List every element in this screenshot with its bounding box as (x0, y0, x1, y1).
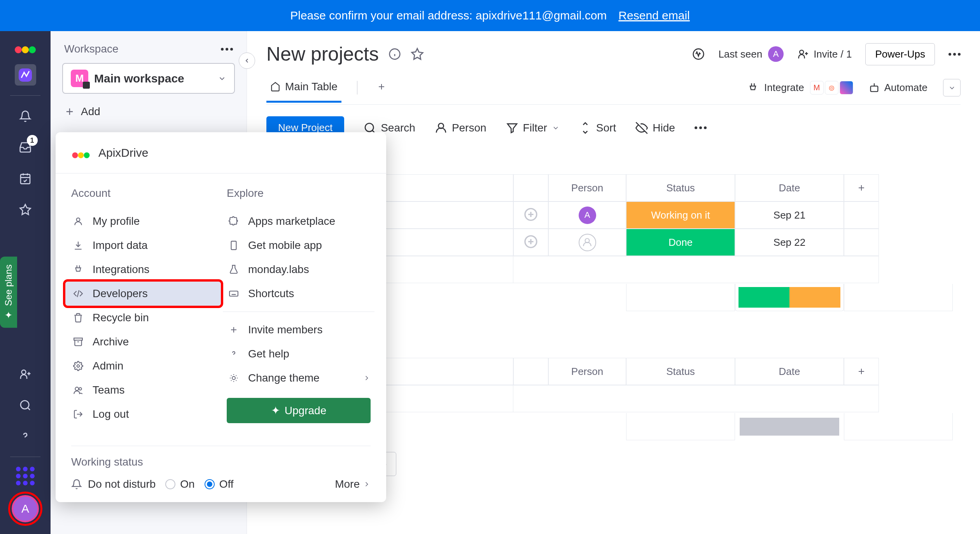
plus-icon (64, 106, 75, 117)
col-header-date[interactable]: Date (735, 174, 844, 201)
profile-menu-popup: ApixDrive Account My profile Import data… (56, 132, 386, 502)
apps-grid-icon[interactable] (16, 467, 35, 485)
menu-my-profile[interactable]: My profile (65, 209, 221, 233)
filter-button[interactable]: Filter (506, 122, 560, 134)
keyboard-icon (227, 289, 240, 299)
col-header-person[interactable]: Person (548, 174, 626, 201)
profile-avatar[interactable]: A (12, 495, 39, 522)
inbox-badge: 1 (27, 135, 38, 146)
hide-button[interactable]: Hide (635, 122, 675, 134)
chevron-right-icon (363, 480, 371, 488)
svg-point-18 (84, 152, 90, 158)
plug-icon (747, 82, 758, 93)
col-header-person[interactable]: Person (548, 358, 626, 385)
date-cell[interactable]: Sep 22 (735, 229, 844, 256)
tab-main-table[interactable]: Main Table (266, 81, 341, 103)
menu-integrations[interactable]: Integrations (65, 257, 221, 282)
chat-icon (523, 207, 539, 223)
account-section-title: Account (65, 187, 221, 200)
menu-log-out[interactable]: Log out (65, 402, 221, 426)
monday-logo-icon[interactable] (14, 39, 37, 54)
code-icon (71, 289, 85, 299)
info-icon[interactable] (388, 48, 401, 60)
favorites-icon[interactable] (15, 199, 36, 220)
menu-apps-marketplace[interactable]: Apps marketplace (221, 209, 376, 233)
menu-archive[interactable]: Archive (65, 330, 221, 354)
notifications-icon[interactable] (15, 105, 36, 127)
add-button[interactable]: Add (64, 105, 233, 118)
plus-icon (377, 82, 386, 91)
mobile-icon (227, 240, 240, 250)
sidebar-title: Workspace (64, 43, 119, 55)
sort-button[interactable]: Sort (579, 122, 616, 134)
menu-get-help[interactable]: Get help (221, 342, 376, 366)
col-header-status[interactable]: Status (626, 358, 735, 385)
dnd-off-option[interactable]: Off (205, 478, 234, 490)
flask-icon (227, 264, 240, 275)
automate-button[interactable]: Automate (869, 82, 928, 94)
board-menu-icon[interactable] (948, 53, 961, 56)
add-view-button[interactable] (373, 82, 390, 101)
chevron-down-icon (948, 84, 956, 92)
col-header-date[interactable]: Date (735, 358, 844, 385)
see-plans-button[interactable]: ✦See plans (0, 257, 17, 328)
status-summary-empty (735, 413, 844, 440)
menu-import-data[interactable]: Import data (65, 233, 221, 257)
collapse-header-button[interactable] (943, 79, 961, 96)
status-summary (735, 284, 844, 311)
integrate-button[interactable]: Integrate M⊚ (747, 81, 853, 95)
collapse-sidebar-button[interactable] (239, 53, 255, 69)
col-header-status[interactable]: Status (626, 174, 735, 201)
dnd-on-option[interactable]: On (165, 478, 194, 490)
person-filter-button[interactable]: Person (435, 122, 486, 134)
svg-point-23 (79, 388, 82, 390)
menu-mobile-app[interactable]: Get mobile app (221, 233, 376, 257)
powerups-button[interactable]: Power-Ups (865, 43, 935, 65)
menu-developers[interactable]: Developers (65, 282, 221, 306)
sidebar-menu-icon[interactable] (221, 48, 233, 51)
upgrade-button[interactable]: ✦Upgrade (227, 398, 371, 423)
sun-icon (227, 373, 240, 383)
resend-email-link[interactable]: Resend email (618, 9, 690, 22)
menu-invite-members[interactable]: Invite members (221, 318, 376, 342)
chevron-right-icon (363, 374, 371, 382)
menu-monday-labs[interactable]: monday.labs (221, 257, 376, 282)
toolbar-menu-icon[interactable] (695, 126, 707, 129)
invite-members-icon[interactable] (15, 363, 36, 385)
svg-point-1 (22, 46, 29, 53)
menu-recycle-bin[interactable]: Recycle bin (65, 306, 221, 330)
user-icon (71, 216, 85, 226)
search-icon[interactable] (15, 394, 36, 416)
last-seen-avatar: A (768, 46, 784, 62)
inbox-icon[interactable]: 1 (15, 137, 36, 158)
invite-button[interactable]: Invite / 1 (797, 48, 852, 60)
chevron-down-icon (552, 124, 560, 132)
last-seen[interactable]: Last seen A (718, 46, 784, 62)
svg-point-26 (232, 376, 235, 380)
dnd-label: Do not disturb (71, 478, 156, 490)
menu-admin[interactable]: Admin (65, 354, 221, 378)
date-cell[interactable]: Sep 21 (735, 201, 844, 229)
filter-icon (506, 122, 518, 134)
workspace-nav-icon[interactable] (15, 64, 36, 86)
menu-change-theme[interactable]: Change theme (221, 366, 376, 390)
add-column-button[interactable] (844, 358, 879, 385)
board-title[interactable]: New projects (266, 43, 379, 65)
star-icon[interactable] (411, 47, 424, 61)
status-cell[interactable]: Done (626, 229, 735, 256)
my-work-icon[interactable] (15, 168, 36, 189)
org-name: ApixDrive (98, 146, 148, 159)
add-column-button[interactable] (844, 174, 879, 201)
menu-shortcuts[interactable]: Shortcuts (221, 282, 376, 306)
workspace-selector[interactable]: M Main workspace (62, 63, 235, 94)
chevron-down-icon (218, 74, 226, 83)
svg-point-8 (693, 49, 704, 60)
svg-point-17 (78, 152, 84, 158)
activity-icon[interactable] (692, 48, 705, 60)
help-icon[interactable] (15, 425, 36, 447)
menu-teams[interactable]: Teams (65, 378, 221, 402)
explore-section-title: Explore (221, 187, 376, 200)
status-cell[interactable]: Working on it (626, 201, 735, 229)
more-link[interactable]: More (335, 478, 371, 490)
home-icon (270, 82, 280, 92)
